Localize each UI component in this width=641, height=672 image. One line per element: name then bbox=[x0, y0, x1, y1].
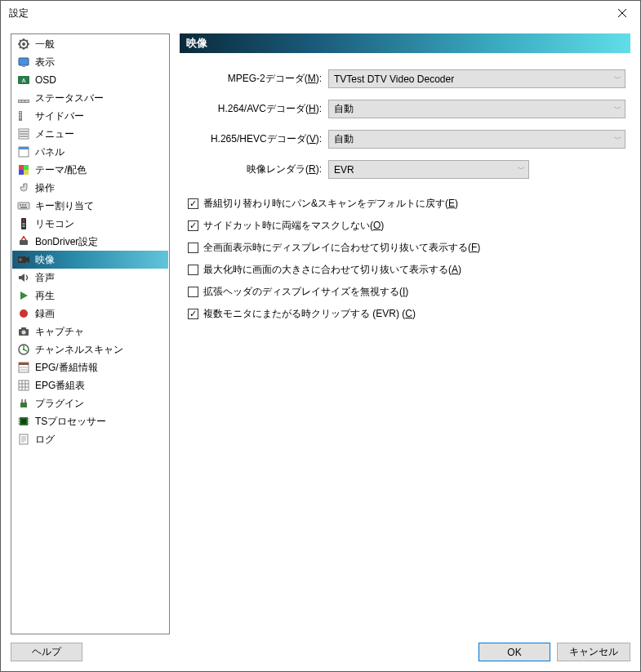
svg-point-50 bbox=[20, 309, 28, 318]
sidebar-item[interactable]: キャプチャ bbox=[12, 323, 168, 340]
svg-rect-52 bbox=[21, 327, 26, 330]
sidebar-item[interactable]: メニュー bbox=[12, 125, 168, 143]
svg-rect-67 bbox=[24, 399, 26, 403]
sidebar-item[interactable]: AOSD bbox=[12, 71, 168, 89]
sidebar-item-icon bbox=[17, 235, 30, 248]
cancel-button[interactable]: キャンセル bbox=[557, 643, 630, 661]
sidebar-item[interactable]: ログ bbox=[12, 430, 168, 448]
ok-button[interactable]: OK bbox=[479, 643, 550, 661]
sidebar-item-icon bbox=[17, 91, 30, 105]
sidebar-item-label: 録画 bbox=[35, 307, 55, 321]
checkbox[interactable] bbox=[188, 287, 198, 297]
svg-rect-37 bbox=[20, 207, 27, 208]
sidebar-item[interactable]: 再生 bbox=[12, 287, 168, 305]
h265-decoder-select[interactable]: 自動 ﹀ bbox=[328, 130, 625, 149]
sidebar-item[interactable]: TSプロセッサー bbox=[12, 412, 168, 430]
renderer-select[interactable]: EVR ﹀ bbox=[328, 160, 529, 179]
mpeg2-decoder-select[interactable]: TVTest DTV Video Decoder ﹀ bbox=[328, 69, 625, 88]
sidebar-item-label: EPG番組表 bbox=[35, 379, 85, 393]
sidebar-item-label: 表示 bbox=[35, 56, 55, 69]
svg-rect-60 bbox=[19, 381, 29, 390]
sidebar-item-icon bbox=[17, 56, 30, 69]
sidebar-item-label: リモコン bbox=[35, 217, 74, 231]
sidebar-item-icon bbox=[17, 379, 30, 392]
sidebar-item[interactable]: EPG/番組情報 bbox=[12, 358, 168, 376]
sidebar-item-label: キャプチャ bbox=[35, 325, 84, 339]
close-icon bbox=[618, 9, 626, 17]
svg-rect-65 bbox=[20, 403, 27, 407]
sidebar-item-label: BonDriver設定 bbox=[35, 235, 98, 249]
checkbox-row[interactable]: ✓複数モニタにまたがる時クリップする (EVR) (C) bbox=[188, 307, 625, 321]
sidebar-item-icon bbox=[17, 361, 30, 374]
h265-decoder-row: H.265/HEVCデコーダ(V): 自動 ﹀ bbox=[185, 130, 625, 149]
sidebar-item[interactable]: チャンネルスキャン bbox=[12, 340, 168, 358]
svg-text:A: A bbox=[22, 78, 26, 83]
help-button[interactable]: ヘルプ bbox=[11, 643, 82, 661]
sidebar-item[interactable]: リモコン bbox=[12, 215, 168, 233]
sidebar-item-label: テーマ/配色 bbox=[35, 163, 87, 177]
sidebar-item[interactable]: プラグイン bbox=[12, 394, 168, 412]
h265-label: H.265/HEVCデコーダ(V): bbox=[185, 132, 328, 146]
sidebar-item-icon bbox=[17, 145, 30, 158]
sidebar-item-label: メニュー bbox=[35, 127, 74, 141]
checkbox-row[interactable]: 最大化時に画面の大きさに合わせて切り抜いて表示する(A) bbox=[188, 263, 625, 277]
sidebar-item[interactable]: キー割り当て bbox=[12, 197, 168, 215]
checkbox[interactable] bbox=[188, 265, 198, 275]
checkbox[interactable]: ✓ bbox=[188, 309, 198, 319]
dialog-footer: ヘルプ OK キャンセル bbox=[1, 634, 640, 671]
mpeg2-decoder-value: TVTest DTV Video Decoder bbox=[334, 73, 454, 85]
checkbox[interactable] bbox=[188, 243, 198, 253]
svg-rect-15 bbox=[19, 100, 21, 102]
h264-decoder-value: 自動 bbox=[334, 102, 354, 116]
svg-rect-69 bbox=[21, 419, 26, 424]
sidebar-item-icon bbox=[17, 253, 30, 266]
svg-rect-43 bbox=[20, 240, 28, 245]
category-sidebar[interactable]: 一般表示AOSDステータスバーサイドバーメニューパネルテーマ/配色操作キー割り当… bbox=[11, 33, 170, 634]
checkbox[interactable]: ✓ bbox=[188, 198, 198, 209]
checkbox-label: 拡張ヘッダのディスプレイサイズを無視する(I) bbox=[203, 285, 408, 299]
svg-rect-11 bbox=[22, 66, 25, 67]
svg-rect-17 bbox=[25, 100, 29, 102]
svg-point-47 bbox=[19, 258, 22, 261]
chevron-down-icon: ﹀ bbox=[614, 134, 621, 145]
sidebar-item-label: 再生 bbox=[35, 289, 55, 303]
sidebar-item-icon bbox=[17, 163, 30, 176]
sidebar-item[interactable]: ステータスバー bbox=[12, 89, 168, 107]
svg-rect-31 bbox=[24, 170, 29, 175]
sidebar-item[interactable]: 一般 bbox=[12, 35, 168, 53]
sidebar-item[interactable]: EPG番組表 bbox=[12, 376, 168, 394]
sidebar-item-icon bbox=[17, 415, 30, 428]
sidebar-item[interactable]: 表示 bbox=[12, 53, 168, 71]
checkbox-label: サイドカット時に両端をマスクしない(O) bbox=[203, 219, 384, 233]
checkbox-row[interactable]: ✓番組切り替わり時にパン&スキャンをデフォルトに戻す(E) bbox=[188, 197, 625, 211]
sidebar-item-icon bbox=[17, 289, 30, 302]
svg-rect-34 bbox=[20, 204, 21, 206]
h264-decoder-select[interactable]: 自動 ﹀ bbox=[328, 100, 625, 118]
sidebar-item[interactable]: BonDriver設定 bbox=[12, 233, 168, 251]
sidebar-item[interactable]: 操作 bbox=[12, 179, 168, 197]
checkbox-row[interactable]: 拡張ヘッダのディスプレイサイズを無視する(I) bbox=[188, 285, 625, 299]
sidebar-item-label: TSプロセッサー bbox=[35, 415, 106, 429]
chevron-down-icon: ﹀ bbox=[518, 164, 525, 175]
checkbox[interactable]: ✓ bbox=[188, 220, 198, 231]
h264-decoder-row: H.264/AVCデコーダ(H): 自動 ﹀ bbox=[185, 100, 625, 118]
sidebar-item[interactable]: 映像 bbox=[12, 251, 168, 269]
sidebar-item[interactable]: パネル bbox=[12, 143, 168, 161]
svg-rect-10 bbox=[19, 58, 29, 65]
mpeg2-label: MPEG-2デコーダ(M): bbox=[185, 72, 328, 86]
sidebar-item[interactable]: 録画 bbox=[12, 305, 168, 323]
svg-rect-30 bbox=[19, 170, 24, 175]
chevron-down-icon: ﹀ bbox=[614, 104, 621, 114]
checkbox-row[interactable]: ✓サイドカット時に両端をマスクしない(O) bbox=[188, 219, 625, 233]
mpeg2-decoder-row: MPEG-2デコーダ(M): TVTest DTV Video Decoder … bbox=[185, 69, 625, 88]
sidebar-item-icon bbox=[17, 307, 30, 320]
checkbox-row[interactable]: 全画面表示時にディスプレイに合わせて切り抜いて表示する(F) bbox=[188, 241, 625, 255]
sidebar-item[interactable]: 音声 bbox=[12, 269, 168, 287]
sidebar-item-label: チャンネルスキャン bbox=[35, 343, 123, 357]
sidebar-item[interactable]: サイドバー bbox=[12, 107, 168, 125]
sidebar-item-label: ログ bbox=[35, 433, 55, 447]
renderer-value: EVR bbox=[334, 164, 354, 176]
sidebar-item[interactable]: テーマ/配色 bbox=[12, 161, 168, 179]
close-button[interactable] bbox=[603, 1, 640, 25]
checkbox-label: 最大化時に画面の大きさに合わせて切り抜いて表示する(A) bbox=[203, 263, 461, 277]
